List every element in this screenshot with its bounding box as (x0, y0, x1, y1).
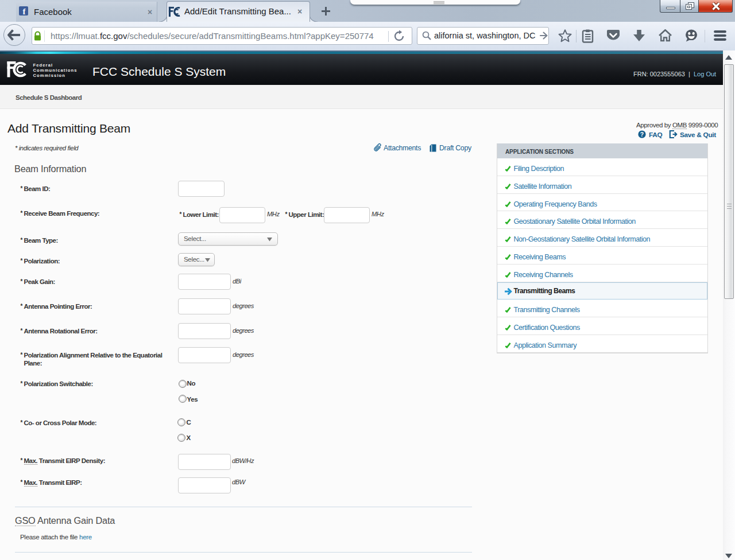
svg-text:Communications: Communications (33, 68, 78, 73)
svg-text:?: ? (640, 131, 644, 138)
svg-text:Federal: Federal (33, 63, 53, 68)
svg-text:Commission: Commission (33, 73, 66, 78)
